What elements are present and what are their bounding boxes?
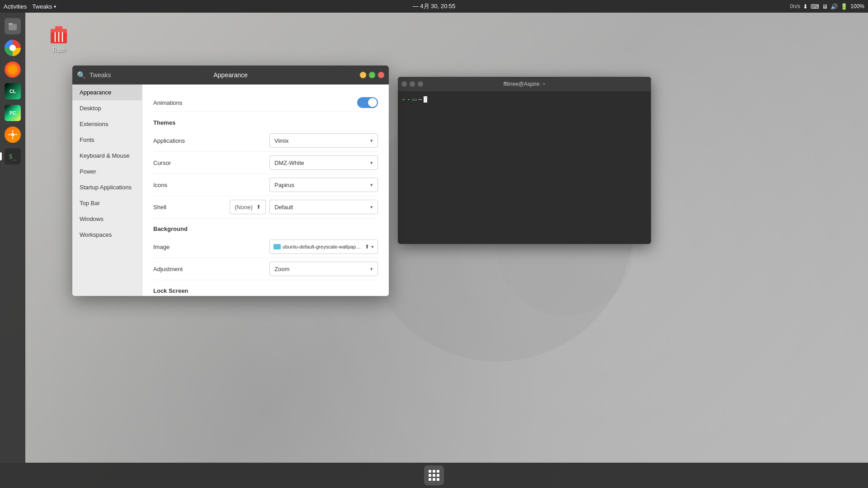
cursor-dropdown[interactable]: DMZ-White ▾ [269,155,378,170]
dock-item-terminal[interactable]: $_ [3,146,23,166]
shell-dropdown-arrow: ▾ [370,204,373,210]
tweaks-app-label: Tweaks [90,71,111,79]
sidebar-item-top-bar[interactable]: Top Bar [72,195,142,211]
shell-label: Shell [153,204,166,211]
network-icon: ⬇ [803,3,808,10]
prompt-rect-icon: ▭ [412,95,417,103]
sidebar-item-desktop[interactable]: Desktop [72,100,142,116]
grid-dot-5 [433,474,435,477]
keyboard-icon: ⌨ [811,3,819,10]
network-speed-label: 0n/s [790,3,801,9]
dock-item-pycharm[interactable]: PC [3,103,23,123]
files-icon [5,18,21,34]
tweaks-window-title: Appearance [213,71,248,79]
sidebar-item-power[interactable]: Power [72,164,142,179]
bg-adjustment-arrow: ▾ [370,266,373,272]
tweaks-main-panel: Animations Themes Applications Vimix ▾ [142,84,389,296]
applications-dropdown[interactable]: Vimix ▾ [269,133,378,148]
grid-dot-7 [429,478,431,481]
icons-dropdown-arrow: ▾ [370,182,373,188]
dock-item-firefox[interactable] [3,60,23,80]
sidebar-item-workspaces[interactable]: Workspaces [72,227,142,243]
tweaks-window-controls [360,72,384,78]
prompt-separator: - [407,96,410,103]
tweaks-sidebar: Appearance Desktop Extensions Fonts Keyb… [72,84,142,296]
grid-dot-3 [437,470,439,473]
gnome-tweaks-icon [5,127,21,143]
icons-value: Papirus [274,182,294,188]
bg-image-icon [274,244,281,249]
desktop-icon-trash[interactable]: Trash [41,22,77,53]
dock-item-tweaks[interactable] [3,125,23,145]
terminal-titlebar: fflirree@Aspire: ~ [398,77,651,91]
bg-adjustment-dropdown[interactable]: Zoom ▾ [269,262,378,276]
shell-upload-icon: ⬆ [256,204,261,210]
bg-image-arrow: ▾ [371,244,374,250]
lock-screen-heading: Lock Screen [153,287,378,294]
dock-item-clion[interactable]: CL [3,81,23,101]
dock-item-files[interactable] [3,16,23,36]
topbar: Activities Tweaks ▾ — 4月 30, 20:55 0n/s … [0,0,868,13]
tweaks-content: Appearance Desktop Extensions Fonts Keyb… [72,84,389,296]
toggle-knob [368,98,377,107]
bg-image-value: ubuntu-default-greyscale-wallpaper.png [283,244,363,249]
topbar-center: — 4月 30, 20:55 [413,2,456,10]
themes-heading: Themes [153,119,378,126]
grid-icon [429,470,439,481]
trash-icon [47,22,71,45]
terminal-icon: $_ [5,148,21,164]
grid-dot-1 [429,470,431,473]
animations-toggle[interactable] [357,97,378,108]
svg-point-2 [11,133,14,136]
topbar-right: 0n/s ⬇ ⌨ 🖥 🔊 🔋 100% [790,3,868,10]
terminal-minimize-btn[interactable] [410,81,415,87]
pycharm-icon: PC [5,105,21,121]
bg-image-dropdown[interactable]: ubuntu-default-greyscale-wallpaper.png ⬆… [269,239,378,254]
sidebar-item-fonts[interactable]: Fonts [72,132,142,148]
shell-none-label: (None) [235,204,253,211]
terminal-body: → - ▭ ~ [398,91,651,107]
terminal-window: fflirree@Aspire: ~ → - ▭ ~ [398,77,651,244]
tweaks-minimize-btn[interactable] [360,72,366,78]
icons-dropdown[interactable]: Papirus ▾ [269,178,378,192]
show-apps-button[interactable] [424,465,444,485]
screen-icon: 🖥 [822,3,828,10]
grid-dot-4 [429,474,431,477]
tweaks-menu-button[interactable]: Tweaks ▾ [32,3,56,10]
terminal-close-btn[interactable] [401,81,407,87]
icons-label: Icons [153,182,167,188]
cursor-value: DMZ-White [274,160,304,166]
shell-dropdown[interactable]: Default ▾ [269,200,378,214]
bg-image-label: Image [153,244,170,250]
sidebar-item-startup-applications[interactable]: Startup Applications [72,179,142,195]
icons-row: Icons Papirus ▾ [153,174,378,196]
tweaks-maximize-btn[interactable] [369,72,375,78]
applications-row: Applications Vimix ▾ [153,130,378,152]
tweaks-close-btn[interactable] [378,72,384,78]
terminal-title: fflirree@Aspire: ~ [504,81,546,87]
applications-label: Applications [153,137,185,144]
sidebar-item-extensions[interactable]: Extensions [72,116,142,132]
bg-image-upload-icon: ⬆ [365,244,369,250]
bg-adjustment-row: Adjustment Zoom ▾ [153,258,378,280]
topbar-datetime: — 4月 30, 20:55 [413,2,456,10]
desktop: Activities Tweaks ▾ — 4月 30, 20:55 0n/s … [0,0,868,488]
dock: CL PC $_ [0,13,25,463]
sidebar-item-keyboard-mouse[interactable]: Keyboard & Mouse [72,148,142,164]
sidebar-item-windows[interactable]: Windows [72,211,142,227]
dock-item-chrome[interactable] [3,38,23,58]
activities-button[interactable]: Activities [4,3,27,10]
svg-rect-5 [55,26,62,30]
tweaks-titlebar-left: 🔍 Tweaks [72,71,111,80]
applications-value: Vimix [274,137,289,144]
shell-none-btn[interactable]: (None) ⬆ [230,200,266,214]
search-button[interactable]: 🔍 [77,71,86,80]
cursor-row: Cursor DMZ-White ▾ [153,152,378,174]
grid-dot-2 [433,470,435,473]
svg-rect-0 [9,24,17,30]
terminal-controls [401,81,423,87]
bg-image-row: Image ubuntu-default-greyscale-wallpaper… [153,236,378,258]
bottombar [0,463,868,488]
sidebar-item-appearance[interactable]: Appearance [72,84,142,100]
terminal-maximize-btn[interactable] [418,81,423,87]
